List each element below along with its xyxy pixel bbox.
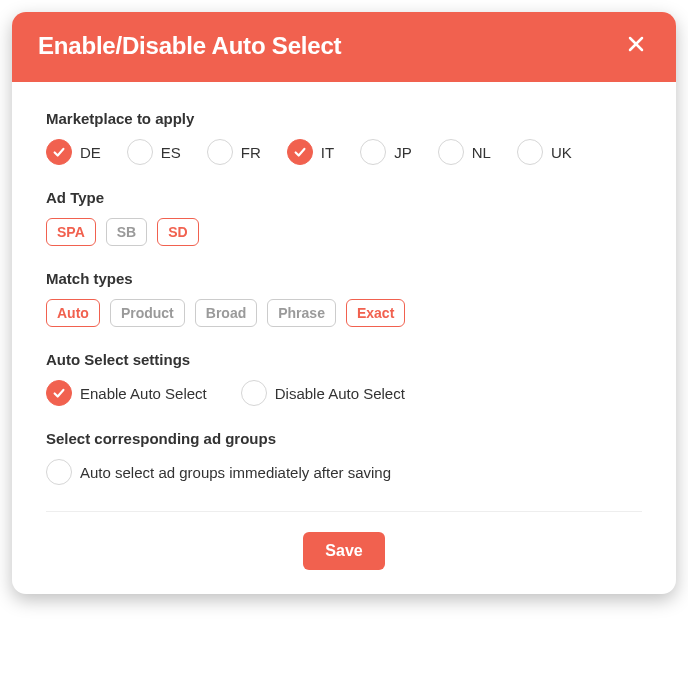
- match-type-chip-exact[interactable]: Exact: [346, 299, 405, 327]
- marketplace-option-label: FR: [241, 144, 261, 161]
- auto-select-options: Enable Auto Select Disable Auto Select: [46, 380, 642, 406]
- radio-icon: [360, 139, 386, 165]
- marketplace-label: Marketplace to apply: [46, 110, 642, 127]
- radio-icon: [438, 139, 464, 165]
- modal-title: Enable/Disable Auto Select: [38, 32, 341, 60]
- marketplace-option-nl[interactable]: NL: [438, 139, 491, 165]
- marketplace-option-label: DE: [80, 144, 101, 161]
- ad-groups-checkbox[interactable]: Auto select ad groups immediately after …: [46, 459, 642, 485]
- auto-select-section: Auto Select settings Enable Auto Select …: [46, 351, 642, 406]
- enable-auto-select-label: Enable Auto Select: [80, 385, 207, 402]
- ad-groups-section: Select corresponding ad groups Auto sele…: [46, 430, 642, 485]
- ad-type-section: Ad Type SPASBSD: [46, 189, 642, 246]
- modal-body: Marketplace to apply DEESFRITJPNLUK Ad T…: [12, 82, 676, 594]
- match-type-chip-broad[interactable]: Broad: [195, 299, 257, 327]
- radio-icon: [241, 380, 267, 406]
- divider: [46, 511, 642, 512]
- checkbox-icon: [46, 459, 72, 485]
- match-type-chip-phrase[interactable]: Phrase: [267, 299, 336, 327]
- marketplace-option-de[interactable]: DE: [46, 139, 101, 165]
- disable-auto-select-radio[interactable]: Disable Auto Select: [241, 380, 405, 406]
- marketplace-option-it[interactable]: IT: [287, 139, 334, 165]
- marketplace-option-label: IT: [321, 144, 334, 161]
- modal-header: Enable/Disable Auto Select: [12, 12, 676, 82]
- radio-icon: [127, 139, 153, 165]
- ad-groups-label: Select corresponding ad groups: [46, 430, 642, 447]
- marketplace-option-label: JP: [394, 144, 412, 161]
- marketplace-option-jp[interactable]: JP: [360, 139, 412, 165]
- radio-icon: [207, 139, 233, 165]
- ad-type-chip-sd[interactable]: SD: [157, 218, 198, 246]
- ad-type-chip-spa[interactable]: SPA: [46, 218, 96, 246]
- ad-type-label: Ad Type: [46, 189, 642, 206]
- close-icon: [628, 36, 644, 56]
- save-button[interactable]: Save: [303, 532, 384, 570]
- marketplace-options: DEESFRITJPNLUK: [46, 139, 642, 165]
- marketplace-option-label: NL: [472, 144, 491, 161]
- check-icon: [46, 380, 72, 406]
- match-type-chip-auto[interactable]: Auto: [46, 299, 100, 327]
- match-type-chip-product[interactable]: Product: [110, 299, 185, 327]
- ad-groups-checkbox-label: Auto select ad groups immediately after …: [80, 464, 391, 481]
- auto-select-modal: Enable/Disable Auto Select Marketplace t…: [12, 12, 676, 594]
- ad-type-options: SPASBSD: [46, 218, 642, 246]
- ad-type-chip-sb[interactable]: SB: [106, 218, 147, 246]
- close-button[interactable]: [622, 32, 650, 60]
- match-types-options: AutoProductBroadPhraseExact: [46, 299, 642, 327]
- marketplace-option-es[interactable]: ES: [127, 139, 181, 165]
- marketplace-option-label: ES: [161, 144, 181, 161]
- match-types-section: Match types AutoProductBroadPhraseExact: [46, 270, 642, 327]
- marketplace-section: Marketplace to apply DEESFRITJPNLUK: [46, 110, 642, 165]
- marketplace-option-uk[interactable]: UK: [517, 139, 572, 165]
- disable-auto-select-label: Disable Auto Select: [275, 385, 405, 402]
- radio-icon: [517, 139, 543, 165]
- marketplace-option-fr[interactable]: FR: [207, 139, 261, 165]
- check-icon: [287, 139, 313, 165]
- modal-footer: Save: [46, 532, 642, 570]
- match-types-label: Match types: [46, 270, 642, 287]
- enable-auto-select-radio[interactable]: Enable Auto Select: [46, 380, 207, 406]
- check-icon: [46, 139, 72, 165]
- auto-select-label: Auto Select settings: [46, 351, 642, 368]
- marketplace-option-label: UK: [551, 144, 572, 161]
